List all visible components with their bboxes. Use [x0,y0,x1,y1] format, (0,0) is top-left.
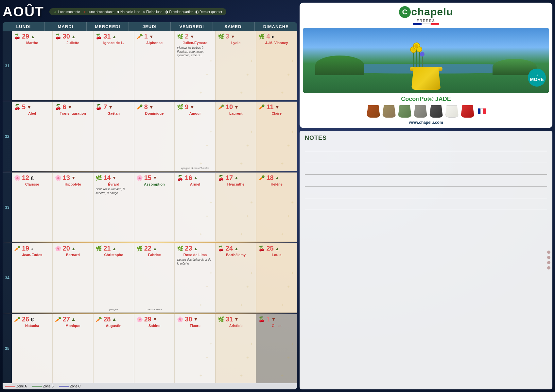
legend-lune-descendante: ▼ Lune descendante [83,9,114,14]
month-title: AOÛT [3,4,44,20]
day-garden-note: Semez des épinards et de la mâche [177,258,213,266]
day-number: 2 [185,33,188,40]
day-number: 29 [144,316,151,323]
day-arrow: ▼ [153,175,157,180]
zone-a-label: Zone A [16,384,27,388]
day-plant-icon: 🌸 [136,175,143,181]
day-saint-name: Hippolyte [55,182,91,186]
day-number: 21 [103,245,111,252]
day-plant-icon: 🍒 [14,33,21,40]
day-cell-33-2: 🌿14▼ÉvrardBouturez le romarin, la sariet… [93,172,134,242]
day-plant-icon: 🌿 [95,245,102,252]
day-number: 1 [266,316,270,323]
day-moon: ○ [30,246,33,251]
chapelu-url: www.chapelu.com [303,120,549,125]
day-cell-33-0: 🌸12◐Clarisse [12,172,53,242]
day-saint-name: Louis [258,253,295,257]
day-number: 8 [144,103,148,111]
notes-line-5 [305,192,547,198]
day-cell-31-2: 🍒31▲Ignace de L. [93,31,134,100]
days-row-34: 🥕19○Jean-Eudes🌸20▲Bernard🌿21▲Christophep… [12,243,297,312]
day-number: 25 [266,245,273,252]
day-saint-name: Julien-Eymard [177,41,213,45]
header-samedi: SAMEDI [213,22,255,31]
day-saint-name: Bernard [55,253,91,257]
day-cell-35-3: 🌸29▼Sabine [134,314,175,383]
day-saint-name: Jean-Eudes [14,253,50,257]
day-cell-31-4: ✦✦✦🌿2▼Julien-EymardPlantez les bulbes à … [175,31,216,100]
day-arrow: ▲ [234,175,239,180]
zone-a-item: Zone A [5,384,27,388]
notes-line-6 [305,204,547,210]
notes-line-4 [305,181,547,187]
week-row-33: 33🌸12◐Clarisse🌸13▼Hippolyte🌿14▼ÉvrardBou… [3,172,297,242]
day-number: 30 [63,33,70,40]
day-cell-31-6: ✦✦✦🌿4●J.-M. Vianney [256,31,297,100]
day-number: 15 [144,174,151,182]
day-arrow: ▼ [234,317,239,322]
day-number: 7 [103,103,107,111]
header-vendredi: VENDREDI [171,22,213,31]
day-saint-name: Claire [258,111,295,115]
calendar-header: AOÛT ▲ Lune montante ▼ Lune descendante … [3,3,297,21]
day-plant-icon: 🥕 [14,316,21,322]
legend-nouvelle-lune-label: Nouvelle lune [120,10,140,14]
pot-beige [382,105,396,118]
week-separator [3,101,297,101]
day-arrow: ▲ [112,34,116,39]
day-saint-name: Laurent [218,111,254,115]
day-moon: ◐ [30,175,34,180]
day-plant-icon: 🍒 [55,33,61,40]
day-cell-34-5: ✦✦✦🍒24▲Barthélemy [216,243,256,312]
pot-gray [414,105,427,118]
day-number: 6 [63,103,66,111]
day-number: 5 [22,103,26,111]
days-row-33: 🌸12◐Clarisse🌸13▼Hippolyte🌿14▼ÉvrardBoutu… [12,172,297,242]
notes-binder-dots [547,251,550,270]
day-plant-icon: 🌸 [177,316,183,322]
day-saint-name: Amour [177,111,213,115]
day-saint-name: Sabine [136,324,173,328]
day-number: 16 [185,174,192,182]
day-top: 🍒31▲ [95,33,132,40]
day-plant-icon: 🍒 [95,104,102,110]
day-top: 🍒7▼ [95,103,132,111]
day-number: 31 [226,316,233,323]
chapelu-freres-label: FRÈRES [417,19,435,23]
day-top: 🌿23▲ [177,245,213,252]
notes-line-1 [305,145,547,151]
day-saint-name: Rose de Lima [177,253,213,257]
legend-pleine-lune-label: Pleine lune [146,10,162,14]
day-top: 🌸15▼ [136,174,173,182]
legend-premier-quartier: ◑ Premier quartier [165,9,193,14]
day-top: 🌸30▼ [177,316,213,323]
day-plant-icon: 🥕 [55,316,61,322]
day-top: 🍒16▲ [177,174,213,182]
day-plant-icon: 🍒 [55,104,61,110]
notes-title: NOTES [305,135,547,141]
day-cell-31-5: ✦✦✦🌿3▼Lydie [216,31,256,100]
week-separator [3,313,297,314]
day-arrow: ▼ [149,105,154,110]
day-saint-name: Gilles [258,324,295,328]
day-saint-name: Fiacre [177,324,213,328]
day-top: 🌿2▼ [177,33,213,40]
day-top: 🌸29▼ [136,316,173,323]
zone-b-label: Zone B [43,384,54,388]
day-arrow: ▲ [234,246,239,251]
day-plant-icon: 🍒 [218,245,224,252]
day-number: 4 [266,33,270,40]
day-arrow: ▲ [71,317,76,322]
days-row-31: 🍒29▲Marthe🍒30▲Juliette🍒31▲Ignace de L.🥕1… [12,31,297,100]
day-saint-name: Lydie [218,41,254,45]
day-arrow: ▲ [275,175,280,180]
day-arrow: ▲ [112,317,116,322]
day-top: 🍒29▲ [14,33,50,40]
plant-image: ⓘ MORE [303,28,549,93]
day-cell-33-3: 🌸15▼Assomption [134,172,175,242]
day-top: 🌿21▲ [95,245,132,252]
french-flag [413,23,439,25]
day-cell-34-2: 🌿21▲Christophepérigée [93,243,134,312]
day-plant-icon: 🌿 [258,33,265,40]
day-top: 🥕28▲ [95,316,132,323]
